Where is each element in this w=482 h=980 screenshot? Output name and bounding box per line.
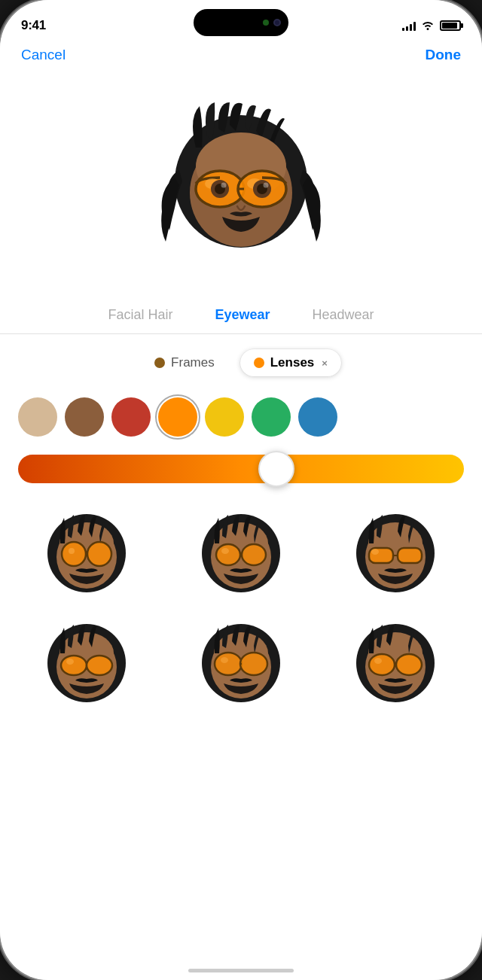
swatch-blue[interactable] [298, 397, 337, 437]
wifi-icon [421, 20, 435, 32]
color-slider-thumb[interactable] [258, 451, 294, 487]
dynamic-island [194, 9, 288, 36]
memoji-grid-item-5[interactable] [163, 608, 318, 718]
memoji-grid-item-6[interactable] [319, 608, 473, 718]
memoji-thumb-3 [346, 504, 444, 602]
lenses-color-dot [254, 358, 264, 368]
memoji-grid-item-2[interactable] [163, 498, 318, 608]
filter-section: Frames Lenses × [0, 334, 482, 388]
svg-point-33 [221, 548, 229, 554]
swatch-green[interactable] [252, 397, 291, 437]
lenses-filter-pill[interactable]: Lenses × [240, 349, 341, 376]
main-memoji-svg [158, 102, 324, 268]
color-swatches [0, 388, 482, 449]
color-slider-track[interactable] [18, 455, 464, 483]
status-icons [402, 20, 461, 32]
svg-point-24 [69, 548, 75, 554]
memoji-thumb-1 [38, 504, 136, 602]
lenses-close-icon[interactable]: × [322, 358, 328, 369]
memoji-grid-item-3[interactable] [319, 498, 473, 608]
svg-point-60 [221, 657, 228, 663]
memoji-grid [0, 498, 482, 718]
memoji-thumb-5 [192, 614, 290, 712]
frames-color-dot [154, 358, 165, 368]
swatch-red[interactable] [111, 397, 151, 437]
swatch-yellow[interactable] [205, 397, 244, 437]
memoji-grid-item-1[interactable] [9, 498, 163, 608]
swatch-beige[interactable] [18, 397, 57, 437]
status-bar: 9:41 [0, 0, 482, 41]
svg-point-69 [374, 658, 382, 664]
memoji-thumb-2 [192, 504, 290, 602]
status-time: 9:41 [21, 18, 46, 33]
svg-point-51 [66, 659, 74, 665]
island-camera [273, 19, 281, 26]
main-memoji-avatar [158, 102, 324, 268]
battery-icon [440, 20, 461, 31]
category-tabs: Facial Hair Eyewear Headwear [0, 298, 482, 334]
svg-point-42 [371, 549, 379, 555]
home-indicator [188, 969, 294, 972]
svg-point-14 [221, 183, 227, 188]
tab-eyewear[interactable]: Eyewear [194, 307, 291, 323]
memoji-preview [0, 72, 482, 298]
signal-icon [402, 21, 416, 31]
nav-bar: Cancel Done [0, 41, 482, 72]
svg-rect-39 [398, 548, 422, 563]
cancel-button[interactable]: Cancel [21, 47, 66, 63]
swatch-brown[interactable] [65, 397, 104, 437]
screen: 9:41 [0, 0, 482, 980]
swatch-orange[interactable] [158, 397, 197, 437]
frames-label: Frames [171, 355, 215, 370]
svg-point-15 [264, 183, 269, 188]
lenses-label: Lenses [270, 355, 315, 370]
slider-section[interactable] [0, 449, 482, 498]
memoji-thumb-6 [346, 614, 444, 712]
island-green-dot [263, 20, 269, 26]
memoji-thumb-4 [38, 614, 136, 712]
memoji-grid-item-4[interactable] [9, 608, 163, 718]
tab-facial-hair[interactable]: Facial Hair [87, 307, 194, 323]
tab-headwear[interactable]: Headwear [291, 307, 395, 323]
frames-filter-pill[interactable]: Frames [141, 349, 228, 376]
battery-fill [442, 23, 457, 29]
phone-shell: 9:41 [0, 0, 482, 980]
done-button[interactable]: Done [426, 47, 462, 63]
